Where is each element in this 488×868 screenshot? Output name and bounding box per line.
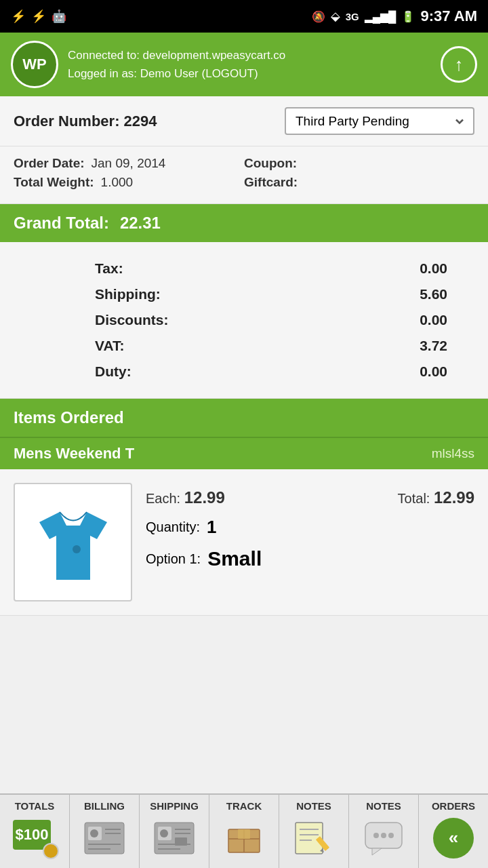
financial-row: Duty:0.00: [95, 359, 447, 384]
item-name: Mens Weekend T: [14, 445, 134, 462]
svg-point-31: [388, 833, 394, 838]
nav-item-notes-pencil[interactable]: NOTES: [279, 795, 349, 868]
nav-billing-icon-area: [83, 812, 125, 864]
header-text: Connected to: development.wpeasycart.co …: [68, 46, 431, 83]
quantity-row: Quantity: 1: [146, 517, 474, 538]
grand-total-bar: Grand Total: 22.31: [0, 204, 488, 242]
usb-icon-1: ⚡: [11, 9, 26, 24]
svg-point-30: [381, 833, 386, 838]
nav-item-track[interactable]: TRACK: [209, 795, 279, 868]
nav-orders-label: ORDERS: [432, 800, 475, 812]
fin-value: 0.00: [393, 363, 447, 380]
financial-row: VAT:3.72: [95, 333, 447, 359]
nav-notes-pencil-icon-area: [293, 812, 335, 864]
each-value: 12.99: [184, 488, 225, 507]
option1-label: Option 1:: [146, 551, 201, 567]
nav-shipping-icon-area: [153, 812, 195, 864]
nav-shipping-label: SHIPPING: [150, 800, 199, 812]
total-label: Total: 12.99: [398, 488, 474, 507]
financial-row: Shipping:5.60: [95, 281, 447, 307]
order-date-row: Order Date: Jan 09, 2014: [14, 156, 244, 171]
fin-label: VAT:: [95, 338, 125, 354]
items-ordered-label: Items Ordered: [14, 408, 124, 427]
status-time: 9:37 AM: [420, 7, 477, 25]
notes-pencil-icon: [293, 820, 335, 856]
financial-details: Tax:0.00Shipping:5.60Discounts:0.00VAT:3…: [0, 242, 488, 399]
price-row: Each: 12.99 Total: 12.99: [146, 488, 474, 507]
nav-item-totals[interactable]: TOTALS $100: [0, 795, 70, 868]
item-info: Each: 12.99 Total: 12.99 Quantity: 1 Opt…: [146, 483, 474, 570]
nav-totals-label: TOTALS: [15, 800, 55, 812]
order-date-label: Order Date:: [14, 156, 85, 171]
item-image: [14, 483, 132, 601]
items-ordered-bar: Items Ordered: [0, 399, 488, 437]
app-logo: WP: [11, 41, 58, 88]
shipping-icon: [153, 820, 195, 856]
status-bar: ⚡ ⚡ 🤖 🔕 ⬙ 3G ▂▄▆█ 🔋 9:37 AM: [0, 0, 488, 33]
usb-icon-2: ⚡: [31, 9, 46, 24]
status-icons-left: ⚡ ⚡ 🤖: [11, 9, 66, 24]
svg-point-8: [90, 829, 98, 837]
each-label: Each: 12.99: [146, 488, 225, 507]
order-header-row: Order Number: 2294 Third Party Pending P…: [0, 96, 488, 146]
option-row: Option 1: Small: [146, 547, 474, 570]
total-weight-value: 1.000: [101, 175, 134, 190]
svg-point-29: [373, 833, 379, 838]
order-number-label: Order Number: 2294: [14, 113, 157, 130]
svg-rect-16: [175, 837, 187, 846]
financial-row: Tax:0.00: [95, 256, 447, 281]
fin-value: 0.00: [393, 260, 447, 277]
svg-point-1: [73, 545, 81, 553]
nav-notes-bubble-icon-area: [363, 812, 405, 864]
item-header-bar: Mens Weekend T mlsl4ss: [0, 437, 488, 469]
battery-icon: 🔋: [401, 10, 415, 23]
fin-value: 3.72: [393, 338, 447, 354]
svg-point-11: [160, 829, 168, 837]
signal-icon: ▂▄▆█: [365, 10, 396, 23]
fin-label: Shipping:: [95, 286, 161, 302]
connection-info: Connected to: development.wpeasycart.co: [68, 46, 431, 64]
logout-link[interactable]: (LOGOUT): [202, 67, 258, 80]
user-info: Logged in as: Demo User (LOGOUT): [68, 64, 431, 83]
total-value: 12.99: [434, 488, 474, 507]
bottom-nav: TOTALS $100 BILLING SHIPPING: [0, 793, 488, 868]
nav-track-label: TRACK: [226, 800, 262, 812]
total-weight-label: Total Weight:: [14, 175, 94, 190]
svg-marker-0: [39, 512, 107, 580]
nav-item-orders[interactable]: ORDERS «: [419, 795, 488, 868]
app-header: WP Connected to: development.wpeasycart.…: [0, 33, 488, 96]
coupon-row: Coupon:: [244, 156, 474, 171]
status-icons-right: 🔕 ⬙ 3G ▂▄▆█ 🔋 9:37 AM: [312, 7, 477, 25]
quantity-value: 1: [207, 517, 216, 538]
order-number-text: Order Number:: [14, 113, 119, 130]
network-icon: 3G: [346, 11, 359, 22]
grand-total-value: 22.31: [120, 214, 161, 233]
bluetooth-icon: ⬙: [331, 9, 340, 24]
upload-button[interactable]: ↑: [441, 46, 477, 83]
nav-totals-icon-area: $100: [13, 812, 56, 864]
notes-bubble-icon: [363, 820, 405, 856]
order-number-value: 2294: [124, 113, 157, 130]
giftcard-label: Giftcard:: [244, 175, 298, 190]
status-dropdown[interactable]: Third Party Pending Pending Processing C…: [285, 107, 474, 135]
android-icon: 🤖: [52, 9, 66, 24]
item-sku: mlsl4ss: [432, 446, 474, 461]
total-weight-row: Total Weight: 1.000: [14, 175, 244, 190]
nav-notes-pencil-label: NOTES: [296, 800, 331, 812]
coupon-label: Coupon:: [244, 156, 297, 171]
mute-icon: 🔕: [312, 10, 325, 23]
nav-item-billing[interactable]: BILLING: [70, 795, 140, 868]
fin-label: Discounts:: [95, 312, 169, 328]
grand-total-label: Grand Total:: [14, 214, 109, 233]
nav-notes-bubble-label: NOTES: [366, 800, 401, 812]
orders-icon[interactable]: «: [433, 818, 474, 859]
financial-row: Discounts:0.00: [95, 307, 447, 333]
coin-icon: [43, 843, 59, 859]
nav-billing-label: BILLING: [84, 800, 125, 812]
nav-item-notes-bubble[interactable]: NOTES: [349, 795, 419, 868]
quantity-label: Quantity:: [146, 519, 200, 535]
fin-label: Duty:: [95, 363, 131, 380]
logged-in-label: Logged in as: Demo User: [68, 67, 199, 80]
fin-value: 5.60: [393, 286, 447, 302]
nav-item-shipping[interactable]: SHIPPING: [140, 795, 209, 868]
